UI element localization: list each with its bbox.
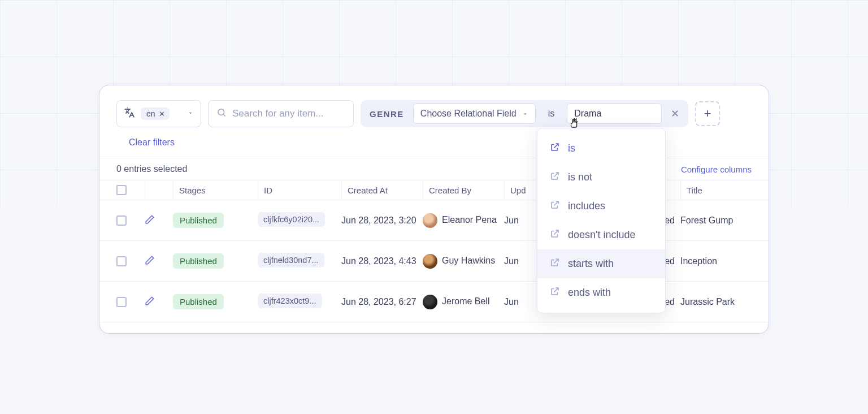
language-selector[interactable]: en ✕ — [116, 100, 201, 127]
cursor-pointer-icon — [568, 116, 581, 131]
search-icon — [216, 107, 227, 120]
select-all-checkbox[interactable] — [116, 185, 127, 195]
row-checkbox[interactable] — [116, 256, 127, 266]
dropdown-option[interactable]: doesn't include — [537, 221, 665, 249]
operator-value: is — [548, 109, 555, 119]
id-chip[interactable]: cljfkfc6y02i20... — [258, 212, 325, 227]
id-chip[interactable]: cljfr423x0ct9... — [258, 294, 322, 308]
title-cell: Jurassic Park — [680, 297, 752, 307]
title-cell: Inception — [680, 256, 752, 266]
dropdown-option-label: includes — [568, 200, 605, 212]
external-link-icon — [550, 171, 560, 184]
external-link-icon — [550, 286, 560, 299]
search-box[interactable] — [208, 100, 354, 127]
relational-field-placeholder: Choose Relational Field — [420, 109, 517, 119]
dropdown-option[interactable]: is not — [537, 163, 665, 192]
avatar — [423, 295, 437, 309]
dropdown-option[interactable]: includes — [537, 192, 665, 221]
filter-value-input[interactable] — [567, 104, 662, 124]
filter-label: GENRE — [366, 109, 407, 119]
entries-table: Stages ID Created At Created By Upd Titl… — [99, 180, 769, 322]
id-chip[interactable]: cljfneld30nd7... — [258, 253, 324, 268]
relational-field-select[interactable]: Choose Relational Field — [413, 104, 536, 124]
language-code: en — [146, 109, 155, 118]
stage-badge: Published — [173, 253, 224, 269]
svg-point-0 — [218, 109, 224, 115]
column-header-created-by[interactable]: Created By — [423, 180, 504, 200]
chevron-down-icon — [522, 111, 528, 117]
created-at-cell: Jun 28, 2023, 3:20 — [341, 215, 423, 226]
stage-badge: Published — [173, 294, 224, 309]
entries-selected-text: 0 entries selected — [116, 164, 187, 174]
dropdown-option-label: ends with — [568, 287, 611, 299]
row-checkbox[interactable] — [116, 297, 127, 307]
operator-select[interactable]: is — [541, 104, 562, 124]
created-by-cell: Guy Hawkins — [423, 254, 504, 269]
dropdown-option-label: starts with — [568, 258, 614, 270]
created-at-cell: Jun 28, 2023, 6:27 — [341, 297, 423, 307]
row-checkbox[interactable] — [116, 215, 127, 226]
dropdown-option[interactable]: starts with — [537, 249, 665, 278]
operator-dropdown: isis notincludesdoesn't includestarts wi… — [537, 128, 666, 313]
avatar — [423, 254, 437, 269]
edit-icon[interactable] — [145, 217, 155, 226]
add-filter-button[interactable]: + — [695, 101, 720, 126]
chevron-down-icon — [187, 109, 194, 119]
column-header-created-at[interactable]: Created At — [341, 180, 423, 200]
dropdown-option-label: is not — [568, 171, 592, 183]
translate-icon — [124, 107, 135, 120]
table-info-bar: 0 entries selected Configure columns — [99, 158, 769, 180]
dropdown-option[interactable]: is — [537, 134, 665, 163]
title-cell: Forest Gump — [680, 215, 752, 226]
toolbar: en ✕ GENRE Choose Relational Field is — [99, 100, 769, 137]
table-row[interactable]: Published cljfneld30nd7... Jun 28, 2023,… — [99, 241, 769, 282]
created-at-cell: Jun 28, 2023, 4:43 — [341, 256, 423, 266]
search-input[interactable] — [232, 108, 345, 119]
created-by-cell: Eleanor Pena — [423, 213, 504, 228]
dropdown-option-label: doesn't include — [568, 229, 636, 241]
column-header-stages[interactable]: Stages — [173, 180, 258, 200]
table-row[interactable]: Published cljfr423x0ct9... Jun 28, 2023,… — [99, 282, 769, 322]
external-link-icon — [550, 200, 560, 213]
dropdown-option[interactable]: ends with — [537, 278, 665, 307]
filter-group-genre: GENRE Choose Relational Field is ✕ — [361, 100, 688, 127]
edit-icon[interactable] — [145, 257, 155, 267]
plus-icon: + — [704, 106, 711, 121]
avatar — [423, 213, 437, 228]
table-header-row: Stages ID Created At Created By Upd Titl… — [99, 180, 769, 200]
external-link-icon — [550, 228, 560, 241]
column-header-id[interactable]: ID — [258, 180, 341, 200]
remove-language-icon[interactable]: ✕ — [159, 110, 165, 118]
table-row[interactable]: Published cljfkfc6y02i20... Jun 28, 2023… — [99, 200, 769, 241]
configure-columns-link[interactable]: Configure columns — [681, 165, 752, 174]
stage-badge: Published — [173, 213, 224, 228]
remove-filter-icon[interactable]: ✕ — [667, 107, 683, 120]
created-by-cell: Jerome Bell — [423, 295, 504, 309]
external-link-icon — [550, 257, 560, 270]
edit-icon[interactable] — [145, 298, 155, 308]
dropdown-option-label: is — [568, 143, 575, 154]
content-panel: en ✕ GENRE Choose Relational Field is — [99, 85, 769, 334]
external-link-icon — [550, 142, 560, 155]
column-header-title[interactable]: Title — [680, 180, 752, 200]
language-chip[interactable]: en ✕ — [141, 107, 170, 120]
clear-filters-link[interactable]: Clear filters — [99, 137, 192, 148]
